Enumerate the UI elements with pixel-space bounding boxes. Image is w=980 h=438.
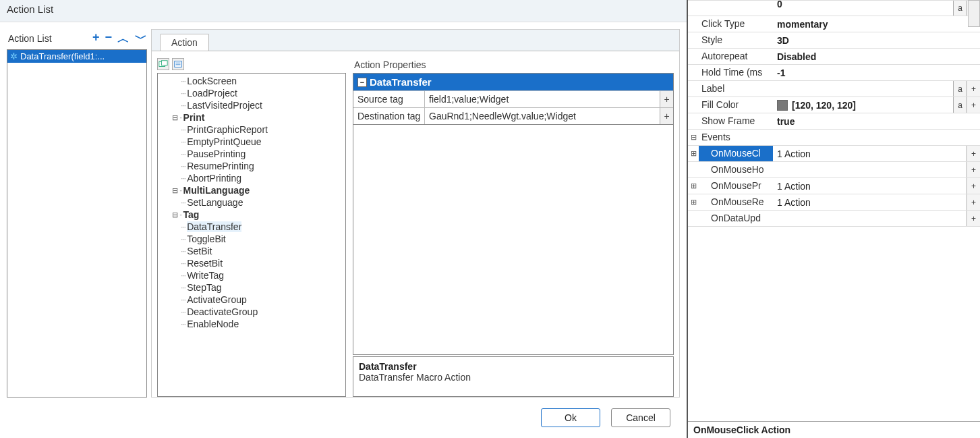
expand-icon[interactable]: ⊞ bbox=[688, 194, 699, 210]
tree-item-label: SetLanguage bbox=[187, 197, 243, 208]
prop-value[interactable]: momentary bbox=[773, 16, 980, 32]
tree-item-label: PausePrinting bbox=[187, 148, 246, 159]
event-row[interactable]: OnDataUpd+ bbox=[688, 211, 980, 227]
collapse-icon[interactable]: ⊟ bbox=[170, 211, 179, 219]
event-label: OnMouseHo bbox=[699, 162, 773, 177]
props-row-label: Source tag bbox=[353, 91, 425, 107]
tree-item[interactable]: ···· PrintGraphicReport bbox=[159, 124, 344, 136]
tree-item-label: WriteTag bbox=[187, 270, 224, 281]
event-row[interactable]: ⊞OnMouseCl1 Action+ bbox=[688, 146, 980, 162]
desc-body: DataTransfer Macro Action bbox=[359, 372, 668, 383]
tree-item-label: SetBit bbox=[187, 246, 212, 256]
event-label: OnMousePr bbox=[699, 178, 773, 194]
event-value bbox=[773, 162, 967, 177]
cancel-button[interactable]: Cancel bbox=[611, 408, 670, 427]
props-row-value[interactable]: field1;value;Widget bbox=[425, 91, 660, 107]
tree-item[interactable]: ···· EmptyPrintQueue bbox=[159, 136, 344, 148]
plus-button[interactable]: + bbox=[660, 108, 673, 124]
plus-button[interactable]: + bbox=[967, 194, 980, 210]
prop-row[interactable]: Fill Color[120, 120, 120]a+ bbox=[688, 97, 980, 113]
event-row[interactable]: ⊞OnMouseRe1 Action+ bbox=[688, 194, 980, 211]
tree-item[interactable]: ···· SetLanguage bbox=[159, 196, 344, 209]
tree-item[interactable]: ···· StepTag bbox=[159, 281, 344, 294]
props-empty-area bbox=[353, 125, 674, 355]
event-row[interactable]: OnMouseHo+ bbox=[688, 162, 980, 178]
tree-collapse-icon[interactable] bbox=[172, 58, 184, 70]
tree-item[interactable]: ···· SetBit bbox=[159, 245, 344, 257]
tree-category[interactable]: ⊟·· Print bbox=[159, 111, 344, 124]
prop-value[interactable] bbox=[773, 81, 953, 97]
plus-button[interactable]: + bbox=[967, 178, 980, 194]
tree-item[interactable]: ···· ToggleBit bbox=[159, 233, 344, 245]
tree-item-label: EmptyPrintQueue bbox=[187, 136, 262, 147]
plus-button[interactable]: + bbox=[967, 146, 980, 161]
tree-item-label: Print bbox=[183, 112, 205, 123]
prop-row[interactable]: Labela+ bbox=[688, 81, 980, 97]
tree-item[interactable]: ···· ResetBit bbox=[159, 257, 344, 269]
prop-value[interactable]: -1 bbox=[773, 65, 980, 80]
prop-row[interactable]: Hold Time (ms-1 bbox=[688, 65, 980, 81]
props-row[interactable]: Destination tagGauRnd1;NeedleWgt.value;W… bbox=[353, 107, 673, 124]
prop-value[interactable]: Disabled bbox=[773, 49, 980, 64]
events-section[interactable]: ⊟ Events bbox=[688, 130, 980, 146]
add-icon[interactable]: + bbox=[92, 30, 100, 47]
prop-value[interactable]: 3D bbox=[773, 32, 980, 48]
collapse-icon[interactable]: ⊟ bbox=[170, 186, 179, 195]
expand-icon[interactable]: ⊞ bbox=[688, 146, 699, 161]
expand-icon bbox=[688, 49, 699, 64]
expand-icon bbox=[688, 162, 699, 177]
tree-item[interactable]: ···· DeactivateGroup bbox=[159, 306, 344, 318]
plus-button[interactable]: + bbox=[967, 162, 980, 177]
a-button[interactable]: a bbox=[953, 81, 967, 97]
prop-label: Click Type bbox=[699, 16, 773, 32]
action-list-box[interactable]: ✲ DataTransfer(field1:... bbox=[7, 49, 147, 398]
move-down-icon[interactable]: ﹀ bbox=[135, 30, 147, 47]
tree-category[interactable]: ⊟·· Tag bbox=[159, 209, 344, 221]
expand-icon[interactable]: ⊞ bbox=[688, 178, 699, 194]
plus-button[interactable]: + bbox=[967, 97, 980, 113]
color-swatch bbox=[777, 100, 788, 111]
remove-icon[interactable]: − bbox=[105, 30, 112, 47]
tree-item[interactable]: ···· WriteTag bbox=[159, 269, 344, 281]
props-row[interactable]: Source tagfield1;value;Widget+ bbox=[353, 90, 673, 107]
tree-item[interactable]: ···· PausePrinting bbox=[159, 148, 344, 160]
a-button[interactable]: a bbox=[953, 1, 967, 16]
tree-item[interactable]: ···· ActivateGroup bbox=[159, 294, 344, 306]
tree-expand-icon[interactable] bbox=[157, 58, 169, 70]
tree-item-label: StepTag bbox=[187, 282, 221, 293]
prop-row-value[interactable]: Value 0 a + bbox=[688, 0, 980, 16]
tree-item[interactable]: ···· LockScreen bbox=[159, 75, 344, 87]
event-row[interactable]: ⊞OnMousePr1 Action+ bbox=[688, 178, 980, 194]
tree-item[interactable]: ···· ResumePrinting bbox=[159, 160, 344, 172]
a-button[interactable]: a bbox=[953, 97, 967, 113]
plus-button[interactable]: + bbox=[660, 91, 673, 107]
props-header[interactable]: − DataTransfer bbox=[353, 74, 673, 90]
prop-value[interactable]: true bbox=[773, 113, 980, 129]
prop-value[interactable]: [120, 120, 120] bbox=[773, 97, 953, 113]
tree-category[interactable]: ⊟·· MultiLanguage bbox=[159, 184, 344, 196]
tree-item[interactable]: ···· LoadProject bbox=[159, 87, 344, 99]
prop-row[interactable]: Show Frametrue bbox=[688, 113, 980, 130]
action-list-item[interactable]: ✲ DataTransfer(field1:... bbox=[7, 50, 146, 63]
move-up-icon[interactable]: ︿ bbox=[117, 30, 129, 47]
collapse-icon[interactable]: ⊟ bbox=[688, 130, 699, 145]
props-header-label: DataTransfer bbox=[370, 76, 432, 88]
ok-button[interactable]: Ok bbox=[541, 408, 600, 427]
tree-item[interactable]: ···· AbortPrinting bbox=[159, 172, 344, 184]
tree-item[interactable]: ···· LastVisitedProject bbox=[159, 99, 344, 111]
collapse-icon[interactable]: − bbox=[357, 78, 367, 87]
prop-label: Label bbox=[699, 81, 773, 97]
prop-row[interactable]: AutorepeatDisabled bbox=[688, 49, 980, 65]
prop-row[interactable]: Click Typemomentary bbox=[688, 16, 980, 32]
right-panel-footer: OnMouseClick Action bbox=[688, 421, 980, 438]
collapse-icon[interactable]: ⊟ bbox=[170, 113, 179, 122]
plus-button[interactable]: + bbox=[967, 211, 980, 226]
tree-item[interactable]: ···· EnableNode bbox=[159, 318, 344, 330]
tree-item[interactable]: ···· DataTransfer bbox=[159, 221, 344, 233]
action-tab[interactable]: Action bbox=[160, 34, 209, 51]
plus-button[interactable]: + bbox=[967, 81, 980, 97]
docked-tab[interactable] bbox=[968, 0, 980, 27]
props-row-value[interactable]: GauRnd1;NeedleWgt.value;Widget bbox=[425, 108, 660, 124]
prop-row[interactable]: Style3D bbox=[688, 32, 980, 49]
action-tree[interactable]: ···· LockScreen···· LoadProject···· Last… bbox=[157, 73, 346, 397]
